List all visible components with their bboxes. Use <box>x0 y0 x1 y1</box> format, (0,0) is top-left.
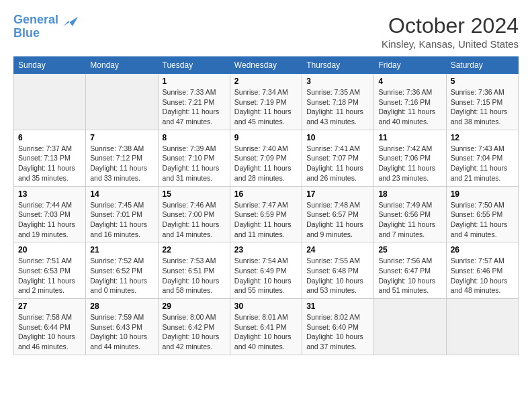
day-cell: 26Sunrise: 7:57 AM Sunset: 6:46 PM Dayli… <box>446 242 518 299</box>
day-number: 10 <box>306 133 369 142</box>
day-info: Sunrise: 7:40 AM Sunset: 7:09 PM Dayligh… <box>234 144 298 183</box>
day-number: 2 <box>234 77 298 86</box>
header-tuesday: Tuesday <box>158 57 230 74</box>
logo-text: General <box>13 13 79 27</box>
week-row-1: 6Sunrise: 7:37 AM Sunset: 7:13 PM Daylig… <box>14 130 519 186</box>
day-number: 6 <box>18 133 81 142</box>
day-number: 4 <box>378 77 441 86</box>
week-row-3: 20Sunrise: 7:51 AM Sunset: 6:53 PM Dayli… <box>14 242 519 299</box>
day-info: Sunrise: 7:33 AM Sunset: 7:21 PM Dayligh… <box>163 87 226 127</box>
day-info: Sunrise: 7:53 AM Sunset: 6:51 PM Dayligh… <box>163 256 226 295</box>
day-cell: 18Sunrise: 7:49 AM Sunset: 6:56 PM Dayli… <box>374 186 446 242</box>
day-cell: 29Sunrise: 8:00 AM Sunset: 6:42 PM Dayli… <box>158 299 230 355</box>
logo-blue: Blue <box>13 27 79 40</box>
header-saturday: Saturday <box>446 57 518 74</box>
day-cell: 23Sunrise: 7:54 AM Sunset: 6:49 PM Dayli… <box>230 242 302 299</box>
day-cell: 5Sunrise: 7:36 AM Sunset: 7:15 PM Daylig… <box>446 74 518 130</box>
day-info: Sunrise: 7:46 AM Sunset: 7:00 PM Dayligh… <box>163 200 226 240</box>
day-number: 1 <box>163 77 226 86</box>
calendar-table: SundayMondayTuesdayWednesdayThursdayFrid… <box>13 56 519 355</box>
day-info: Sunrise: 7:35 AM Sunset: 7:18 PM Dayligh… <box>306 87 369 127</box>
day-cell: 30Sunrise: 8:01 AM Sunset: 6:41 PM Dayli… <box>230 299 302 355</box>
day-info: Sunrise: 7:41 AM Sunset: 7:07 PM Dayligh… <box>306 144 369 183</box>
day-info: Sunrise: 7:45 AM Sunset: 7:01 PM Dayligh… <box>90 200 153 240</box>
day-info: Sunrise: 7:48 AM Sunset: 6:57 PM Dayligh… <box>306 200 369 240</box>
day-info: Sunrise: 8:00 AM Sunset: 6:42 PM Dayligh… <box>163 312 226 352</box>
day-info: Sunrise: 7:57 AM Sunset: 6:46 PM Dayligh… <box>451 256 514 295</box>
day-info: Sunrise: 7:47 AM Sunset: 6:59 PM Dayligh… <box>234 200 298 240</box>
day-number: 20 <box>18 245 81 255</box>
day-number: 25 <box>378 245 441 255</box>
day-info: Sunrise: 7:51 AM Sunset: 6:53 PM Dayligh… <box>18 256 81 295</box>
day-cell: 27Sunrise: 7:58 AM Sunset: 6:44 PM Dayli… <box>14 299 86 355</box>
day-info: Sunrise: 7:58 AM Sunset: 6:44 PM Dayligh… <box>18 312 81 352</box>
day-cell: 25Sunrise: 7:56 AM Sunset: 6:47 PM Dayli… <box>374 242 446 299</box>
day-info: Sunrise: 7:37 AM Sunset: 7:13 PM Dayligh… <box>18 144 81 183</box>
day-cell: 19Sunrise: 7:50 AM Sunset: 6:55 PM Dayli… <box>446 186 518 242</box>
day-number: 18 <box>378 189 441 199</box>
day-number: 12 <box>451 133 514 142</box>
day-number: 8 <box>163 133 226 142</box>
day-number: 27 <box>18 302 81 311</box>
header-row: SundayMondayTuesdayWednesdayThursdayFrid… <box>14 57 519 74</box>
svg-marker-0 <box>63 17 78 26</box>
day-number: 7 <box>90 133 153 142</box>
title-block: October 2024 Kinsley, Kansas, United Sta… <box>382 13 519 50</box>
day-number: 13 <box>18 189 81 199</box>
day-cell: 1Sunrise: 7:33 AM Sunset: 7:21 PM Daylig… <box>158 74 230 130</box>
day-info: Sunrise: 7:39 AM Sunset: 7:10 PM Dayligh… <box>163 144 226 183</box>
day-number: 9 <box>234 133 298 142</box>
day-cell: 31Sunrise: 8:02 AM Sunset: 6:40 PM Dayli… <box>302 299 374 355</box>
day-cell <box>86 74 158 130</box>
header-wednesday: Wednesday <box>230 57 302 74</box>
day-cell: 10Sunrise: 7:41 AM Sunset: 7:07 PM Dayli… <box>302 130 374 186</box>
calendar-subtitle: Kinsley, Kansas, United States <box>382 38 519 50</box>
day-cell <box>446 299 518 355</box>
day-info: Sunrise: 8:01 AM Sunset: 6:41 PM Dayligh… <box>234 312 298 352</box>
day-number: 22 <box>163 245 226 255</box>
day-number: 30 <box>234 302 298 311</box>
day-info: Sunrise: 7:56 AM Sunset: 6:47 PM Dayligh… <box>378 256 441 295</box>
week-row-0: 1Sunrise: 7:33 AM Sunset: 7:21 PM Daylig… <box>14 74 519 130</box>
day-cell: 7Sunrise: 7:38 AM Sunset: 7:12 PM Daylig… <box>86 130 158 186</box>
day-info: Sunrise: 7:36 AM Sunset: 7:15 PM Dayligh… <box>451 87 514 127</box>
day-number: 31 <box>306 302 369 311</box>
day-cell: 2Sunrise: 7:34 AM Sunset: 7:19 PM Daylig… <box>230 74 302 130</box>
day-number: 19 <box>451 189 514 199</box>
page-header: General Blue October 2024 Kinsley, Kansa… <box>13 13 519 50</box>
week-row-2: 13Sunrise: 7:44 AM Sunset: 7:03 PM Dayli… <box>14 186 519 242</box>
day-info: Sunrise: 7:34 AM Sunset: 7:19 PM Dayligh… <box>234 87 298 127</box>
day-info: Sunrise: 7:44 AM Sunset: 7:03 PM Dayligh… <box>18 200 81 240</box>
header-sunday: Sunday <box>14 57 86 74</box>
day-number: 14 <box>90 189 153 199</box>
logo: General Blue <box>13 13 79 40</box>
day-cell: 3Sunrise: 7:35 AM Sunset: 7:18 PM Daylig… <box>302 74 374 130</box>
day-cell: 24Sunrise: 7:55 AM Sunset: 6:48 PM Dayli… <box>302 242 374 299</box>
day-cell: 28Sunrise: 7:59 AM Sunset: 6:43 PM Dayli… <box>86 299 158 355</box>
header-friday: Friday <box>374 57 446 74</box>
day-cell: 11Sunrise: 7:42 AM Sunset: 7:06 PM Dayli… <box>374 130 446 186</box>
week-row-4: 27Sunrise: 7:58 AM Sunset: 6:44 PM Dayli… <box>14 299 519 355</box>
logo-bird-icon <box>63 14 78 26</box>
day-cell: 15Sunrise: 7:46 AM Sunset: 7:00 PM Dayli… <box>158 186 230 242</box>
day-number: 15 <box>163 189 226 199</box>
day-number: 26 <box>451 245 514 255</box>
day-cell: 21Sunrise: 7:52 AM Sunset: 6:52 PM Dayli… <box>86 242 158 299</box>
day-info: Sunrise: 7:59 AM Sunset: 6:43 PM Dayligh… <box>90 312 153 352</box>
day-cell: 9Sunrise: 7:40 AM Sunset: 7:09 PM Daylig… <box>230 130 302 186</box>
day-info: Sunrise: 7:54 AM Sunset: 6:49 PM Dayligh… <box>234 256 298 295</box>
day-cell <box>374 299 446 355</box>
day-number: 29 <box>163 302 226 311</box>
day-info: Sunrise: 7:43 AM Sunset: 7:04 PM Dayligh… <box>451 144 514 183</box>
header-monday: Monday <box>86 57 158 74</box>
day-cell: 13Sunrise: 7:44 AM Sunset: 7:03 PM Dayli… <box>14 186 86 242</box>
day-info: Sunrise: 7:38 AM Sunset: 7:12 PM Dayligh… <box>90 144 153 183</box>
day-number: 23 <box>234 245 298 255</box>
day-number: 17 <box>306 189 369 199</box>
day-number: 5 <box>451 77 514 86</box>
day-number: 21 <box>90 245 153 255</box>
day-info: Sunrise: 7:55 AM Sunset: 6:48 PM Dayligh… <box>306 256 369 295</box>
day-cell: 17Sunrise: 7:48 AM Sunset: 6:57 PM Dayli… <box>302 186 374 242</box>
day-cell <box>14 74 86 130</box>
day-cell: 22Sunrise: 7:53 AM Sunset: 6:51 PM Dayli… <box>158 242 230 299</box>
